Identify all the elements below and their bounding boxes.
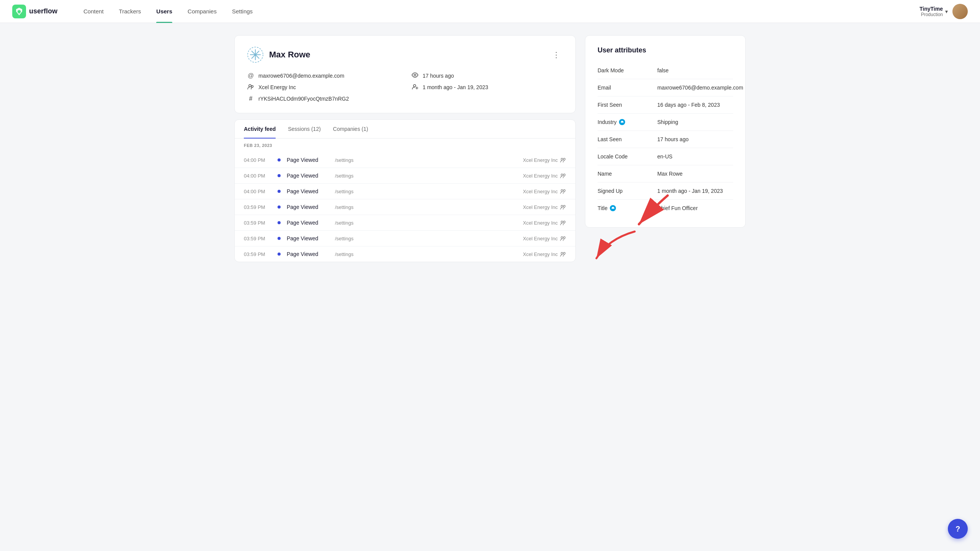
nav-item-settings[interactable]: Settings — [224, 0, 260, 23]
activity-path: /settings — [335, 157, 517, 163]
company-group-icon — [560, 157, 566, 163]
svg-point-21 — [561, 237, 563, 239]
red-arrow-annotation — [585, 228, 646, 266]
id-value: rYKSiHACLOdm90FyocQtmzB7nRG2 — [258, 96, 349, 102]
activity-path: /settings — [335, 173, 517, 179]
tab-sessions[interactable]: Sessions (12) — [288, 120, 321, 138]
company-group-icon — [560, 251, 566, 257]
attribute-rows: Dark Mode false Email maxrowe6706@demo.e… — [598, 62, 733, 217]
nav-links: Content Trackers Users Companies Setting… — [76, 0, 920, 23]
activity-dot-icon — [278, 237, 281, 240]
svg-point-8 — [249, 85, 251, 87]
userflow-logo-icon — [12, 5, 26, 18]
right-panel: User attributes Dark Mode false Email ma… — [585, 35, 746, 267]
email-icon: @ — [247, 72, 255, 79]
nav-item-users[interactable]: Users — [149, 0, 180, 23]
activity-time: 03:59 PM — [244, 204, 271, 210]
svg-point-18 — [564, 205, 565, 207]
activity-dot-icon — [278, 253, 281, 256]
activity-event: Page Viewed — [287, 220, 329, 226]
more-options-button[interactable]: ⋮ — [549, 49, 563, 61]
activity-row: 03:59 PM Page Viewed /settings Xcel Ener… — [235, 199, 575, 215]
activity-time: 03:59 PM — [244, 220, 271, 226]
attributes-title: User attributes — [598, 46, 733, 54]
activity-dot-icon — [278, 174, 281, 177]
activity-path: /settings — [335, 220, 517, 226]
activity-time: 04:00 PM — [244, 173, 271, 179]
svg-point-11 — [561, 158, 563, 160]
activity-time: 03:59 PM — [244, 251, 271, 257]
svg-point-19 — [561, 221, 563, 223]
nav-item-content[interactable]: Content — [76, 0, 111, 23]
main-content: Max Rowe ⋮ @ maxrowe6706@demo.example.co… — [222, 23, 758, 279]
activity-row: 04:00 PM Page Viewed /settings Xcel Ener… — [235, 184, 575, 199]
svg-point-22 — [564, 237, 565, 239]
activity-time: 04:00 PM — [244, 189, 271, 194]
attribute-key: Email — [598, 85, 651, 91]
activity-path: /settings — [335, 251, 517, 257]
last-seen-value: 17 hours ago — [423, 73, 454, 79]
activity-dot-icon — [278, 158, 281, 161]
workspace-name: TinyTime — [920, 6, 943, 12]
activity-company: Xcel Energy Inc — [523, 251, 566, 257]
activity-path: /settings — [335, 236, 517, 241]
svg-point-24 — [564, 253, 565, 254]
attribute-value: Shipping — [657, 119, 733, 125]
workspace-env: Production — [920, 12, 943, 17]
workspace-text: TinyTime Production — [920, 6, 943, 17]
activity-dot-icon — [278, 205, 281, 209]
activity-company: Xcel Energy Inc — [523, 189, 566, 194]
activity-row: 04:00 PM Page Viewed /settings Xcel Ener… — [235, 168, 575, 184]
attribute-row: Title Chief Fun Officer — [598, 200, 733, 217]
svg-point-16 — [564, 190, 565, 192]
activity-row: 03:59 PM Page Viewed /settings Xcel Ener… — [235, 215, 575, 231]
user-avatar[interactable] — [952, 4, 968, 19]
attribute-row: Signed Up 1 month ago - Jan 19, 2023 — [598, 183, 733, 200]
activity-rows: 04:00 PM Page Viewed /settings Xcel Ener… — [235, 152, 575, 262]
activity-event: Page Viewed — [287, 251, 329, 257]
activity-company: Xcel Energy Inc — [523, 220, 566, 226]
salesforce-icon — [619, 119, 625, 125]
attribute-key: Name — [598, 171, 651, 177]
svg-point-6 — [254, 54, 256, 56]
tab-companies[interactable]: Companies (1) — [333, 120, 368, 138]
activity-date-label: FEB 23, 2023 — [235, 139, 575, 152]
company-group-icon — [560, 189, 566, 194]
workspace-chevron-icon: ▾ — [945, 8, 948, 15]
signup-value: 1 month ago - Jan 19, 2023 — [423, 84, 488, 90]
attribute-row: Locale Code en-US — [598, 148, 733, 165]
activity-company: Xcel Energy Inc — [523, 173, 566, 179]
activity-company: Xcel Energy Inc — [523, 204, 566, 210]
user-name: Max Rowe — [269, 50, 310, 60]
nav-item-companies[interactable]: Companies — [180, 0, 224, 23]
activity-event: Page Viewed — [287, 173, 329, 179]
nav-item-trackers[interactable]: Trackers — [111, 0, 149, 23]
attribute-value: 17 hours ago — [657, 136, 733, 142]
activity-card: Activity feed Sessions (12) Companies (1… — [234, 119, 576, 262]
tab-activity-feed[interactable]: Activity feed — [244, 120, 276, 138]
workspace-selector[interactable]: TinyTime Production ▾ — [920, 6, 948, 17]
attribute-key: First Seen — [598, 102, 651, 108]
svg-point-20 — [564, 221, 565, 223]
attribute-row: Dark Mode false — [598, 62, 733, 79]
svg-point-12 — [564, 158, 565, 160]
attribute-value: Chief Fun Officer — [657, 205, 733, 211]
activity-time: 03:59 PM — [244, 236, 271, 241]
nav-logo[interactable]: userflow — [12, 5, 57, 18]
attribute-value: false — [657, 67, 733, 73]
activity-dot-icon — [278, 190, 281, 193]
activity-row: 03:59 PM Page Viewed /settings Xcel Ener… — [235, 246, 575, 262]
svg-point-13 — [561, 174, 563, 176]
nav-right: TinyTime Production ▾ — [920, 4, 968, 19]
attribute-row: Industry Shipping — [598, 114, 733, 131]
user-attributes-card: User attributes Dark Mode false Email ma… — [585, 35, 746, 228]
attribute-value: 1 month ago - Jan 19, 2023 — [657, 188, 733, 194]
activity-row: 04:00 PM Page Viewed /settings Xcel Ener… — [235, 152, 575, 168]
avatar-image — [952, 4, 968, 19]
attribute-value: 16 days ago - Feb 8, 2023 — [657, 102, 733, 108]
attribute-key: Signed Up — [598, 188, 651, 194]
activity-event: Page Viewed — [287, 204, 329, 210]
attribute-key: Last Seen — [598, 136, 651, 142]
activity-time: 04:00 PM — [244, 157, 271, 163]
activity-tabs: Activity feed Sessions (12) Companies (1… — [235, 120, 575, 139]
